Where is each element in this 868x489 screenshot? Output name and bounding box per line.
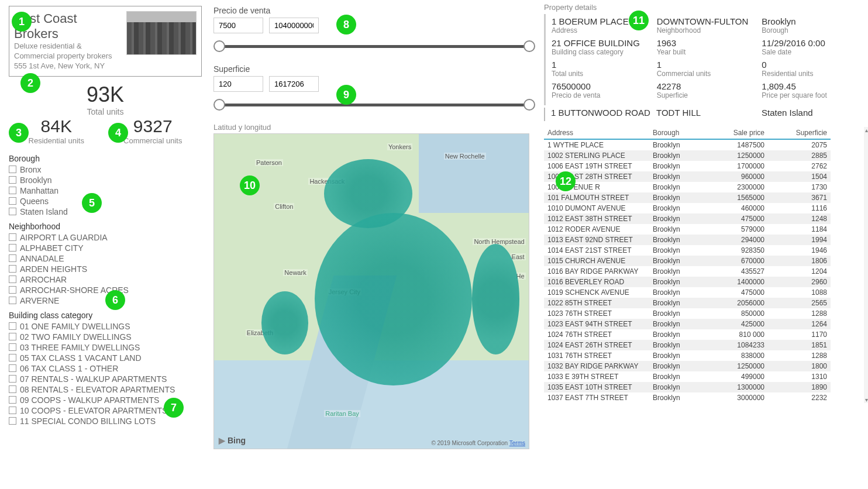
slicer-item[interactable]: 03 THREE FAMILY DWELLINGS — [9, 342, 202, 353]
checkbox-icon[interactable] — [9, 254, 16, 262]
table-row[interactable]: 1031 76TH STREETBrooklyn8380001288 — [544, 350, 831, 361]
checkbox-icon[interactable] — [9, 343, 16, 351]
table-cell: Brooklyn — [649, 382, 705, 392]
checkbox-icon[interactable] — [9, 276, 16, 283]
table-header-address[interactable]: Address — [544, 127, 649, 139]
table-scrollbar[interactable]: ▴ ▾ — [864, 127, 868, 403]
checkbox-icon[interactable] — [9, 244, 16, 252]
slicer-item[interactable]: ALPHABET CITY — [9, 243, 202, 253]
map-visual[interactable]: Yonkers New Rochelle Paterson Hackensack… — [213, 133, 529, 449]
table-header-area[interactable]: Superficie — [768, 127, 831, 139]
slicer-item[interactable]: 02 TWO FAMILY DWELLINGS — [9, 332, 202, 342]
table-row[interactable]: 1035 EAST 10TH STREETBrooklyn13000001890 — [544, 382, 831, 392]
checkbox-icon[interactable] — [9, 265, 16, 273]
property-details-card-1[interactable]: 1 BOERUM PLACEAddressDOWNTOWN-FULTONNeig… — [544, 14, 862, 105]
neighborhood-slicer[interactable]: AIRPORT LA GUARDIAALPHABET CITYANNADALEA… — [9, 232, 202, 306]
slicer-item[interactable]: Brooklyn — [9, 175, 202, 185]
slicer-item[interactable]: ANNADALE — [9, 253, 202, 264]
checkbox-icon[interactable] — [9, 322, 16, 330]
table-row[interactable]: 1012 EAST 38TH STREETBrooklyn4750001248 — [544, 213, 831, 224]
table-header-borough[interactable]: Borough — [649, 127, 705, 139]
price-slider-thumb-max[interactable] — [523, 40, 535, 52]
table-row[interactable]: 1002 STERLING PLACEBrooklyn12500002885 — [544, 150, 831, 161]
table-row[interactable]: 1019 SCHENCK AVENUEBrooklyn4750001088 — [544, 287, 831, 298]
area-min-input[interactable] — [213, 76, 263, 92]
table-row[interactable]: 1023 76TH STREETBrooklyn8500001288 — [544, 308, 831, 319]
slicer-item[interactable]: AIRPORT LA GUARDIA — [9, 232, 202, 243]
table-cell: Brooklyn — [649, 329, 705, 340]
table-row[interactable]: 1009 AVENUE RBrooklyn23000001730 — [544, 182, 831, 192]
checkbox-icon[interactable] — [9, 417, 16, 425]
borough-slicer[interactable]: BronxBrooklynManhattanQueensStaten Islan… — [9, 164, 202, 217]
checkbox-icon[interactable] — [9, 286, 16, 294]
slicer-item[interactable]: ARDEN HEIGHTS — [9, 264, 202, 274]
slicer-item[interactable]: 06 TAX CLASS 1 - OTHER — [9, 363, 202, 374]
checkbox-icon[interactable] — [9, 297, 16, 304]
price-slider-thumb-min[interactable] — [213, 40, 225, 52]
table-row[interactable]: 1023 EAST 94TH STREETBrooklyn4250001264 — [544, 319, 831, 329]
map-data-cluster[interactable] — [472, 244, 519, 354]
property-details-card-2[interactable]: 1 BUTTONWOOD ROADTODT HILLStaten Island — [544, 108, 862, 121]
table-row[interactable]: 1012 RODER AVENUEBrooklyn5790001184 — [544, 224, 831, 235]
slicer-item[interactable]: Manhattan — [9, 185, 202, 196]
city-skyline-image — [126, 11, 197, 55]
table-row[interactable]: 1014 EAST 21ST STREETBrooklyn9283501946 — [544, 245, 831, 256]
area-slider-track[interactable] — [213, 97, 535, 114]
table-row[interactable]: 1015 CHURCH AVENUEBrooklyn6700001806 — [544, 256, 831, 266]
checkbox-icon[interactable] — [9, 233, 16, 241]
checkbox-icon[interactable] — [9, 197, 16, 205]
price-slider-track[interactable] — [213, 38, 535, 56]
price-min-input[interactable] — [213, 18, 263, 33]
scroll-up-icon[interactable]: ▴ — [865, 127, 868, 133]
kpi-commercial-value: 9327 — [123, 116, 182, 136]
table-row[interactable]: 1013 EAST 92ND STREETBrooklyn2940001994 — [544, 235, 831, 245]
area-max-input[interactable] — [269, 76, 319, 92]
checkbox-icon[interactable] — [9, 208, 16, 215]
checkbox-icon[interactable] — [9, 176, 16, 184]
map-data-cluster[interactable] — [261, 291, 309, 354]
table-row[interactable]: 1010 DUMONT AVENUEBrooklyn4600001116 — [544, 203, 831, 213]
checkbox-icon[interactable] — [9, 354, 16, 361]
slicer-item[interactable]: 01 ONE FAMILY DWELLINGS — [9, 321, 202, 332]
area-slider-thumb-min[interactable] — [213, 99, 225, 111]
slicer-item[interactable]: Queens — [9, 196, 202, 206]
table-row[interactable]: 1033 E 39TH STREETBrooklyn4990001310 — [544, 371, 831, 382]
slicer-item[interactable]: ARROCHAR — [9, 274, 202, 285]
area-slider-thumb-max[interactable] — [523, 99, 535, 111]
table-row[interactable]: 1037 EAST 7TH STREETBrooklyn30000002232 — [544, 392, 831, 403]
map-terms-link[interactable]: Terms — [509, 440, 525, 446]
checkbox-icon[interactable] — [9, 385, 16, 393]
property-table[interactable]: Address Borough Sale price Superficie 1 … — [544, 127, 862, 403]
table-row[interactable]: 1 WYTHE PLACEBrooklyn14875002075 — [544, 139, 831, 150]
scroll-down-icon[interactable]: ▾ — [865, 397, 868, 403]
price-max-input[interactable] — [269, 18, 319, 33]
table-row[interactable]: 1006 EAST 19TH STREETBrooklyn17000002762 — [544, 161, 831, 171]
slicer-item[interactable]: ARROCHAR-SHORE ACRES — [9, 285, 202, 295]
checkbox-icon[interactable] — [9, 364, 16, 372]
table-row[interactable]: 1016 BEVERLEY ROADBrooklyn14000002960 — [544, 277, 831, 287]
table-row[interactable]: 1006 EAST 28TH STREETBrooklyn9600001504 — [544, 171, 831, 182]
table-header-price[interactable]: Sale price — [705, 127, 768, 139]
slicer-item-label: 08 RENTALS - ELEVATOR APARTMENTS — [20, 385, 175, 394]
table-row[interactable]: 1024 EAST 26TH STREETBrooklyn10842331851 — [544, 340, 831, 350]
slicer-item[interactable]: 05 TAX CLASS 1 VACANT LAND — [9, 353, 202, 363]
slicer-item[interactable]: Bronx — [9, 164, 202, 175]
detail-label: Commercial units — [657, 70, 757, 78]
slicer-item[interactable]: Staten Island — [9, 206, 202, 217]
slicer-item-label: ARROCHAR — [20, 275, 67, 284]
detail-value: 0 — [762, 60, 862, 70]
table-row[interactable]: 1032 BAY RIDGE PARKWAYBrooklyn1250000180… — [544, 361, 831, 371]
table-row[interactable]: 1016 BAY RIDGE PARKWAYBrooklyn4355271204 — [544, 266, 831, 277]
map-data-cluster[interactable] — [315, 213, 472, 386]
table-row[interactable]: 1022 85TH STREETBrooklyn20560002565 — [544, 298, 831, 308]
table-row[interactable]: 1024 76TH STREETBrooklyn810 0001170 — [544, 329, 831, 340]
checkbox-icon[interactable] — [9, 396, 16, 404]
slicer-item[interactable]: 07 RENTALS - WALKUP APARTMENTS — [9, 374, 202, 384]
checkbox-icon[interactable] — [9, 375, 16, 383]
checkbox-icon[interactable] — [9, 407, 16, 414]
table-row[interactable]: 101 FALMOUTH STREETBrooklyn15650003671 — [544, 192, 831, 203]
slicer-item[interactable]: 08 RENTALS - ELEVATOR APARTMENTS — [9, 384, 202, 395]
checkbox-icon[interactable] — [9, 166, 16, 173]
checkbox-icon[interactable] — [9, 333, 16, 340]
checkbox-icon[interactable] — [9, 187, 16, 194]
